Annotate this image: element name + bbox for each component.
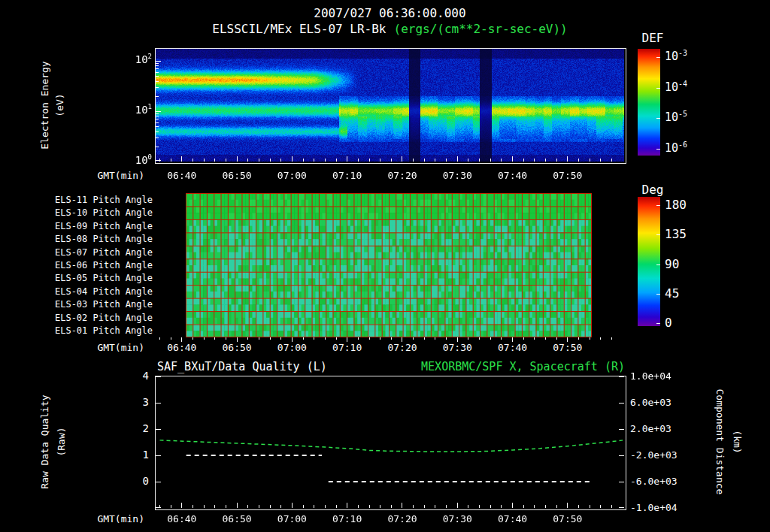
- x-tick-major: [347, 503, 347, 508]
- y-tick-minor: [156, 147, 159, 147]
- right-axis-tick-label: 2.0e+03: [630, 423, 686, 434]
- x-tick-minor: [556, 159, 557, 162]
- x-tick-minor: [192, 505, 193, 508]
- pitch-x-tick-major: [181, 337, 182, 342]
- spectrogram-canvas: [156, 49, 624, 162]
- x-tick-minor: [192, 159, 193, 162]
- x-tick-major: [512, 503, 513, 508]
- gmt-axis-label: GMT(min): [62, 170, 144, 181]
- pitch-x-tick-minor: [468, 337, 468, 340]
- x-tick-minor: [303, 505, 304, 508]
- right-axis-tick-label: -6.0e+03: [630, 476, 686, 487]
- x-tick-label: 06:50: [214, 170, 259, 181]
- pitch-row-label: ELS-03 Pitch Angle: [44, 299, 153, 310]
- pitch-row-label: ELS-10 Pitch Angle: [44, 207, 153, 218]
- y-tick-minor: [156, 68, 159, 69]
- pitch-row-label: ELS-08 Pitch Angle: [44, 234, 153, 244]
- y-tick-minor: [156, 113, 159, 114]
- x-tick-minor: [391, 159, 392, 162]
- pitch-x-tick-minor: [501, 337, 502, 340]
- x-tick-minor: [214, 505, 215, 508]
- distance-ylabel-line2: (km): [732, 374, 742, 509]
- x-tick-major: [457, 156, 458, 162]
- x-tick-label: 07:50: [545, 342, 590, 353]
- y-tick-major: [156, 61, 161, 62]
- x-tick-minor: [468, 505, 468, 508]
- x-tick-label: 07:20: [380, 342, 425, 353]
- pitch-x-tick-minor: [325, 337, 326, 340]
- pitch-x-tick-minor: [358, 337, 359, 340]
- deg-tick-label: 90: [665, 257, 702, 271]
- quality-ylabel-line1: Raw Data Quality: [40, 385, 50, 498]
- left-axis-tick: [156, 429, 161, 430]
- pitch-x-tick-minor: [424, 337, 425, 340]
- pitch-x-tick-minor: [259, 337, 259, 340]
- x-tick-minor: [446, 159, 447, 162]
- x-tick-minor: [171, 505, 171, 508]
- y-tick-major: [156, 111, 161, 112]
- x-tick-label: 07:50: [545, 513, 590, 524]
- left-axis-tick: [156, 455, 161, 456]
- right-axis-tick: [619, 403, 624, 404]
- x-tick-label: 06:50: [214, 513, 259, 524]
- x-tick-major: [292, 156, 293, 162]
- right-axis-tick: [619, 376, 624, 377]
- x-tick-minor: [303, 159, 304, 162]
- x-tick-minor: [556, 505, 557, 508]
- pitch-x-tick-minor: [270, 337, 271, 340]
- x-tick-major: [347, 156, 347, 162]
- x-tick-minor: [259, 505, 259, 508]
- spec-ylabel-line1: Electron Energy: [40, 49, 50, 162]
- pitch-row-label: ELS-05 Pitch Angle: [44, 273, 153, 283]
- y-tick-minor: [156, 63, 159, 64]
- pitch-x-tick-minor: [280, 337, 281, 340]
- def-tick-label: 10-6: [665, 141, 710, 155]
- x-tick-minor: [204, 159, 205, 162]
- x-tick-minor: [325, 159, 326, 162]
- x-tick-minor: [501, 505, 502, 508]
- x-tick-minor: [358, 159, 359, 162]
- x-tick-minor: [214, 159, 215, 162]
- x-tick-minor: [270, 505, 271, 508]
- x-tick-minor: [490, 159, 491, 162]
- x-tick-minor: [171, 159, 171, 162]
- def-colorbar-title: DEF: [636, 31, 669, 45]
- pitch-row-label: ELS-09 Pitch Angle: [44, 221, 153, 231]
- colorbar-tick: [656, 57, 660, 58]
- x-tick-minor: [424, 505, 425, 508]
- x-tick-label: 06:40: [159, 170, 205, 181]
- x-tick-minor: [336, 505, 337, 508]
- pitch-x-tick-major: [347, 337, 347, 342]
- x-tick-minor: [578, 505, 579, 508]
- pitch-x-tick-minor: [578, 337, 579, 340]
- x-tick-minor: [280, 505, 281, 508]
- x-tick-minor: [391, 505, 392, 508]
- y-tick-minor: [156, 126, 159, 127]
- x-tick-minor: [247, 159, 248, 162]
- x-tick-label: 07:20: [380, 513, 425, 524]
- pitch-x-tick-minor: [391, 337, 392, 340]
- pitch-x-tick-minor: [490, 337, 491, 340]
- x-tick-minor: [479, 505, 480, 508]
- pitch-row-label: ELS-11 Pitch Angle: [44, 195, 153, 205]
- y-tick-minor: [156, 96, 159, 97]
- colorbar-tick: [656, 323, 660, 324]
- gmt-axis-label: GMT(min): [62, 342, 144, 353]
- spec-ylabel-line2: (eV): [55, 49, 65, 162]
- y-tick-minor: [156, 138, 159, 138]
- y-tick-minor: [156, 119, 159, 119]
- x-tick-major: [402, 503, 402, 508]
- x-tick-major: [292, 503, 293, 508]
- colorbar-tick: [656, 294, 660, 295]
- y-tick-minor: [156, 116, 159, 116]
- left-axis-tick-label: 2: [119, 422, 149, 434]
- colorbar-tick: [656, 264, 660, 265]
- pitch-x-tick-major: [237, 337, 238, 342]
- x-tick-minor: [490, 505, 491, 508]
- pitch-x-tick-minor: [479, 337, 480, 340]
- x-tick-label: 07:00: [269, 342, 314, 353]
- pitch-x-tick-minor: [545, 337, 546, 340]
- x-tick-minor: [247, 505, 248, 508]
- x-tick-minor: [336, 159, 337, 162]
- def-tick-label: 10-3: [665, 50, 710, 63]
